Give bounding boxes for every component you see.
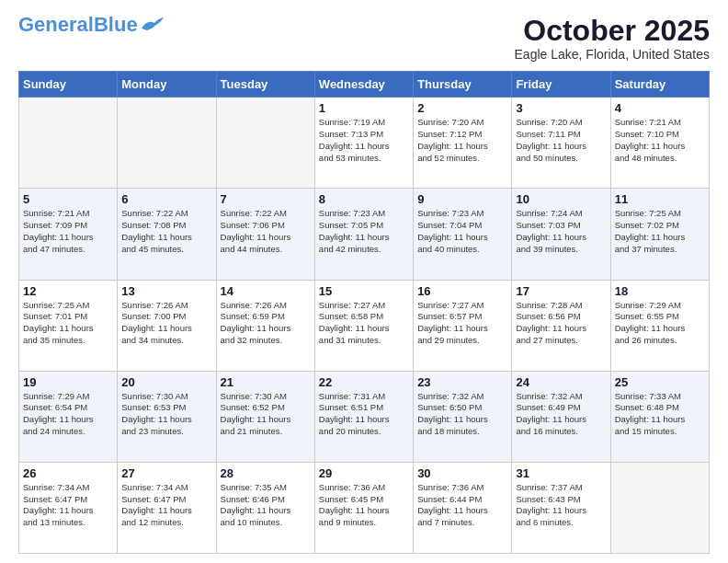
calendar-cell: 17Sunrise: 7:28 AMSunset: 6:56 PMDayligh… [512,280,610,371]
day-info: Sunrise: 7:23 AMSunset: 7:04 PMDaylight:… [417,208,507,255]
day-number: 21 [221,375,311,389]
day-info: Sunrise: 7:36 AMSunset: 6:45 PMDaylight:… [319,482,409,529]
logo: GeneralBlue [18,15,165,35]
day-info: Sunrise: 7:29 AMSunset: 6:54 PMDaylight:… [23,391,113,438]
title-block: October 2025 Eagle Lake, Florida, United… [515,15,710,62]
calendar-cell: 5Sunrise: 7:21 AMSunset: 7:09 PMDaylight… [19,189,118,280]
day-number: 11 [615,192,705,206]
calendar-cell: 1Sunrise: 7:19 AMSunset: 7:13 PMDaylight… [314,98,413,189]
day-number: 16 [417,284,507,298]
day-number: 23 [417,375,507,389]
calendar-cell: 8Sunrise: 7:23 AMSunset: 7:05 PMDaylight… [314,189,413,280]
day-info: Sunrise: 7:23 AMSunset: 7:05 PMDaylight:… [319,208,409,255]
day-number: 5 [23,192,113,206]
calendar-week-row: 5Sunrise: 7:21 AMSunset: 7:09 PMDaylight… [19,189,710,280]
day-number: 4 [615,101,705,115]
day-number: 14 [221,284,311,298]
day-info: Sunrise: 7:22 AMSunset: 7:08 PMDaylight:… [121,208,211,255]
header: GeneralBlue October 2025 Eagle Lake, Flo… [18,15,710,62]
calendar-cell [118,98,216,189]
calendar-cell: 9Sunrise: 7:23 AMSunset: 7:04 PMDaylight… [414,189,512,280]
day-number: 22 [319,375,409,389]
day-number: 28 [221,466,311,480]
calendar-cell: 27Sunrise: 7:34 AMSunset: 6:47 PMDayligh… [118,462,216,553]
calendar-cell: 29Sunrise: 7:36 AMSunset: 6:45 PMDayligh… [314,462,413,553]
calendar-cell: 14Sunrise: 7:26 AMSunset: 6:59 PMDayligh… [216,280,314,371]
logo-text: GeneralBlue [18,15,138,35]
day-info: Sunrise: 7:32 AMSunset: 6:49 PMDaylight:… [516,391,606,438]
calendar-cell: 11Sunrise: 7:25 AMSunset: 7:02 PMDayligh… [610,189,709,280]
calendar-cell: 28Sunrise: 7:35 AMSunset: 6:46 PMDayligh… [216,462,314,553]
day-number: 31 [516,466,606,480]
calendar-cell: 10Sunrise: 7:24 AMSunset: 7:03 PMDayligh… [512,189,610,280]
day-info: Sunrise: 7:35 AMSunset: 6:46 PMDaylight:… [221,482,311,529]
col-header-wednesday: Wednesday [314,72,413,98]
calendar-cell: 6Sunrise: 7:22 AMSunset: 7:08 PMDaylight… [118,189,216,280]
location: Eagle Lake, Florida, United States [515,47,710,62]
month-title: October 2025 [515,15,710,47]
day-number: 24 [516,375,606,389]
day-info: Sunrise: 7:34 AMSunset: 6:47 PMDaylight:… [121,482,211,529]
day-number: 20 [121,375,211,389]
calendar-cell [610,462,709,553]
day-number: 17 [516,284,606,298]
day-info: Sunrise: 7:20 AMSunset: 7:12 PMDaylight:… [417,117,507,164]
calendar-cell: 4Sunrise: 7:21 AMSunset: 7:10 PMDaylight… [610,98,709,189]
day-number: 19 [23,375,113,389]
calendar-cell: 30Sunrise: 7:36 AMSunset: 6:44 PMDayligh… [414,462,512,553]
calendar-cell: 19Sunrise: 7:29 AMSunset: 6:54 PMDayligh… [19,371,118,462]
day-number: 2 [417,101,507,115]
page: GeneralBlue October 2025 Eagle Lake, Flo… [0,0,728,563]
col-header-sunday: Sunday [19,72,118,98]
day-info: Sunrise: 7:33 AMSunset: 6:48 PMDaylight:… [615,391,705,438]
day-number: 15 [319,284,409,298]
col-header-thursday: Thursday [414,72,512,98]
col-header-saturday: Saturday [610,72,709,98]
calendar-cell [19,98,118,189]
day-info: Sunrise: 7:37 AMSunset: 6:43 PMDaylight:… [516,482,606,529]
calendar-header-row: SundayMondayTuesdayWednesdayThursdayFrid… [19,72,710,98]
day-info: Sunrise: 7:26 AMSunset: 6:59 PMDaylight:… [221,300,311,347]
calendar-week-row: 1Sunrise: 7:19 AMSunset: 7:13 PMDaylight… [19,98,710,189]
day-info: Sunrise: 7:22 AMSunset: 7:06 PMDaylight:… [221,208,311,255]
day-info: Sunrise: 7:34 AMSunset: 6:47 PMDaylight:… [23,482,113,529]
day-info: Sunrise: 7:21 AMSunset: 7:10 PMDaylight:… [615,117,705,164]
logo-general: General [18,13,94,36]
calendar-cell: 13Sunrise: 7:26 AMSunset: 7:00 PMDayligh… [118,280,216,371]
calendar-cell: 18Sunrise: 7:29 AMSunset: 6:55 PMDayligh… [610,280,709,371]
day-info: Sunrise: 7:27 AMSunset: 6:57 PMDaylight:… [417,300,507,347]
day-info: Sunrise: 7:30 AMSunset: 6:52 PMDaylight:… [221,391,311,438]
calendar-cell: 25Sunrise: 7:33 AMSunset: 6:48 PMDayligh… [610,371,709,462]
calendar-cell: 26Sunrise: 7:34 AMSunset: 6:47 PMDayligh… [19,462,118,553]
logo-blue: Blue [94,13,138,36]
day-number: 6 [121,192,211,206]
day-number: 10 [516,192,606,206]
day-info: Sunrise: 7:21 AMSunset: 7:09 PMDaylight:… [23,208,113,255]
day-number: 13 [121,284,211,298]
logo-bird-icon [140,16,165,34]
day-info: Sunrise: 7:25 AMSunset: 7:01 PMDaylight:… [23,300,113,347]
col-header-friday: Friday [512,72,610,98]
calendar-cell: 21Sunrise: 7:30 AMSunset: 6:52 PMDayligh… [216,371,314,462]
calendar-cell: 12Sunrise: 7:25 AMSunset: 7:01 PMDayligh… [19,280,118,371]
calendar-cell: 20Sunrise: 7:30 AMSunset: 6:53 PMDayligh… [118,371,216,462]
calendar-cell: 23Sunrise: 7:32 AMSunset: 6:50 PMDayligh… [414,371,512,462]
calendar-week-row: 19Sunrise: 7:29 AMSunset: 6:54 PMDayligh… [19,371,710,462]
calendar-cell: 22Sunrise: 7:31 AMSunset: 6:51 PMDayligh… [314,371,413,462]
day-info: Sunrise: 7:31 AMSunset: 6:51 PMDaylight:… [319,391,409,438]
calendar-cell: 3Sunrise: 7:20 AMSunset: 7:11 PMDaylight… [512,98,610,189]
col-header-tuesday: Tuesday [216,72,314,98]
calendar-cell [216,98,314,189]
day-info: Sunrise: 7:36 AMSunset: 6:44 PMDaylight:… [417,482,507,529]
day-number: 7 [221,192,311,206]
calendar-cell: 31Sunrise: 7:37 AMSunset: 6:43 PMDayligh… [512,462,610,553]
day-number: 1 [319,101,409,115]
day-info: Sunrise: 7:29 AMSunset: 6:55 PMDaylight:… [615,300,705,347]
day-number: 26 [23,466,113,480]
calendar-week-row: 26Sunrise: 7:34 AMSunset: 6:47 PMDayligh… [19,462,710,553]
day-number: 30 [417,466,507,480]
day-number: 3 [516,101,606,115]
day-info: Sunrise: 7:20 AMSunset: 7:11 PMDaylight:… [516,117,606,164]
day-info: Sunrise: 7:30 AMSunset: 6:53 PMDaylight:… [121,391,211,438]
day-info: Sunrise: 7:26 AMSunset: 7:00 PMDaylight:… [121,300,211,347]
